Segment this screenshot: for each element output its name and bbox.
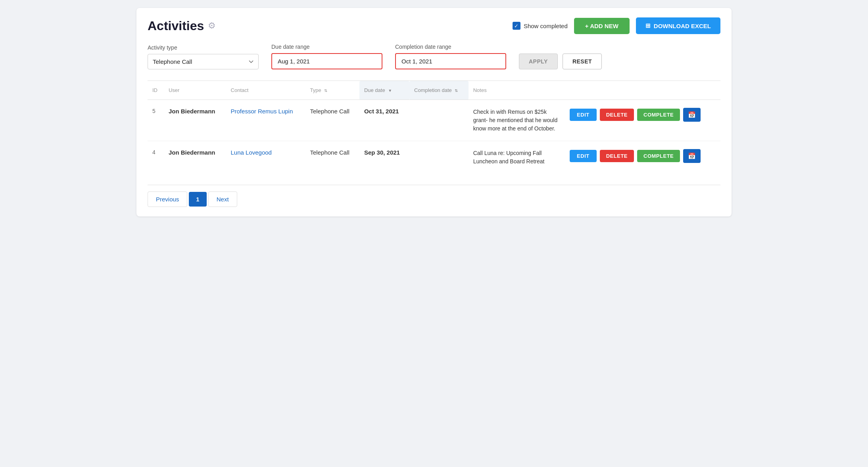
row-completion-date [409,100,469,141]
due-date-label: Due date range [271,44,382,50]
row-user: Jon Biedermann [164,100,226,141]
show-completed-label: Show completed [524,23,568,29]
title-area: Activities ⚙ [148,19,216,33]
header-actions: ✓ Show completed + ADD NEW ⊞ DOWNLOAD EX… [513,17,720,34]
row-type: Telephone Call [305,100,359,141]
filter-buttons: APPLY RESET [519,54,602,69]
col-header-notes: Notes [469,81,565,100]
page-header: Activities ⚙ ✓ Show completed + ADD NEW … [148,17,720,34]
apply-button[interactable]: APPLY [519,54,558,69]
row-actions: EDIT DELETE COMPLETE 📅 [565,100,720,141]
gear-icon[interactable]: ⚙ [208,21,216,31]
row-due-date: Oct 31, 2021 [359,100,409,141]
edit-button[interactable]: EDIT [570,150,597,162]
row-notes: Call Luna re: Upcoming Fall Luncheon and… [469,141,565,174]
action-buttons: EDIT DELETE COMPLETE 📅 [570,149,716,163]
download-excel-button[interactable]: ⊞ DOWNLOAD EXCEL [636,17,720,34]
delete-button[interactable]: DELETE [600,109,634,121]
completion-date-input[interactable] [395,53,506,69]
complete-button[interactable]: COMPLETE [637,150,680,162]
table-row: 5 Jon Biedermann Professor Remus Lupin T… [148,100,720,141]
row-contact: Luna Lovegood [226,141,305,174]
row-type: Telephone Call [305,141,359,174]
row-contact: Professor Remus Lupin [226,100,305,141]
row-actions: EDIT DELETE COMPLETE 📅 [565,141,720,174]
edit-button[interactable]: EDIT [570,109,597,121]
table-header-row: ID User Contact Type ⇅ Due date ▼ Comple… [148,81,720,100]
previous-button[interactable]: Previous [148,191,187,207]
calendar-icon: 📅 [688,152,696,160]
due-date-filter: Due date range [271,44,382,69]
complete-button[interactable]: COMPLETE [637,109,680,121]
activity-type-select[interactable]: Telephone Call Email Meeting Other [148,54,259,69]
row-id: 4 [148,141,164,174]
col-header-type[interactable]: Type ⇅ [305,81,359,100]
row-completion-date [409,141,469,174]
due-date-sort-icon: ▼ [388,88,392,93]
calendar-button[interactable]: 📅 [683,149,701,163]
col-header-contact: Contact [226,81,305,100]
row-due-date: Sep 30, 2021 [359,141,409,174]
col-header-actions [565,81,720,100]
type-sort-icon: ⇅ [324,88,327,93]
completion-sort-icon: ⇅ [455,88,458,93]
row-user: Jon Biedermann [164,141,226,174]
activity-type-filter: Activity type Telephone Call Email Meeti… [148,44,259,69]
contact-link[interactable]: Professor Remus Lupin [231,108,293,115]
due-date-input[interactable] [271,53,382,69]
excel-icon: ⊞ [645,22,651,29]
col-header-id: ID [148,81,164,100]
download-label: DOWNLOAD EXCEL [654,23,711,29]
add-new-button[interactable]: + ADD NEW [574,18,630,34]
next-button[interactable]: Next [208,191,237,207]
action-buttons: EDIT DELETE COMPLETE 📅 [570,108,716,122]
row-notes: Check in with Remus on $25k grant- he me… [469,100,565,141]
reset-button[interactable]: RESET [563,54,602,69]
activities-table-section: ID User Contact Type ⇅ Due date ▼ Comple… [148,80,720,174]
calendar-button[interactable]: 📅 [683,108,701,122]
activity-type-label: Activity type [148,44,259,51]
show-completed-toggle[interactable]: ✓ Show completed [513,22,568,30]
show-completed-checkbox[interactable]: ✓ [513,22,520,30]
page-title: Activities [148,19,204,33]
page-1-button[interactable]: 1 [189,192,206,207]
pagination: Previous 1 Next [148,185,720,207]
activities-table: ID User Contact Type ⇅ Due date ▼ Comple… [148,81,720,174]
table-row: 4 Jon Biedermann Luna Lovegood Telephone… [148,141,720,174]
calendar-icon: 📅 [688,111,696,119]
delete-button[interactable]: DELETE [600,150,634,162]
completion-date-filter: Completion date range [395,44,506,69]
row-id: 5 [148,100,164,141]
contact-link[interactable]: Luna Lovegood [231,149,272,156]
completion-date-label: Completion date range [395,44,506,50]
col-header-user: User [164,81,226,100]
col-header-due-date[interactable]: Due date ▼ [359,81,409,100]
filters-section: Activity type Telephone Call Email Meeti… [148,44,720,69]
col-header-completion-date[interactable]: Completion date ⇅ [409,81,469,100]
